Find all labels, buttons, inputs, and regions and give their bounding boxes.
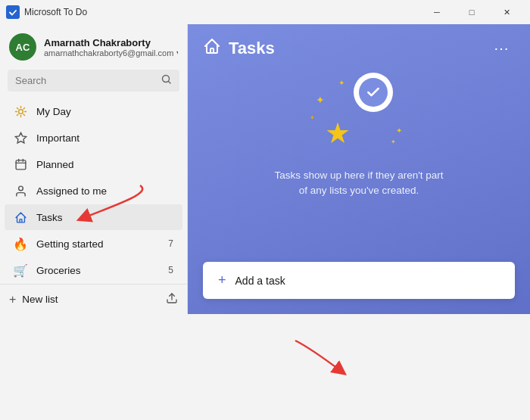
main-header-left: Tasks xyxy=(203,37,275,60)
profile-info: Amarnath Chakraborty amarnathchakraborty… xyxy=(44,37,178,58)
sidebar-item-groceries-label: Groceries xyxy=(36,265,159,276)
sidebar-item-tasks[interactable]: Tasks xyxy=(5,204,182,230)
close-button[interactable]: ✕ xyxy=(489,0,524,24)
search-bar[interactable] xyxy=(8,70,179,92)
nav-items: My Day Important xyxy=(0,98,187,284)
svg-line-7 xyxy=(17,107,18,109)
sidebar-item-getting-started-label: Getting started xyxy=(36,238,159,250)
title-bar-controls: ─ □ ✕ xyxy=(419,0,524,24)
profile-section[interactable]: AC Amarnath Chakraborty amarnathchakrabo… xyxy=(0,24,187,67)
plus-icon: + xyxy=(9,293,16,306)
svg-line-8 xyxy=(23,114,25,116)
minimize-button[interactable]: ─ xyxy=(419,0,454,24)
fire-icon: 🔥 xyxy=(14,237,27,250)
sparkle-icon-3: ✦ xyxy=(396,126,402,135)
sidebar-item-groceries[interactable]: 🛒 Groceries 5 xyxy=(5,257,182,283)
groceries-icon: 🛒 xyxy=(14,263,27,277)
svg-rect-0 xyxy=(6,5,20,19)
title-bar-left: Microsoft To Do xyxy=(6,5,87,19)
profile-name: Amarnath Chakraborty xyxy=(44,37,178,48)
sparkle-icon-4: ✦ xyxy=(310,114,315,121)
tasks-home-icon xyxy=(203,37,221,60)
sidebar: AC Amarnath Chakraborty amarnathchakrabo… xyxy=(0,24,188,314)
sparkle-icon-5: ✦ xyxy=(391,138,396,145)
maximize-button[interactable]: □ xyxy=(454,0,489,24)
app-body: AC Amarnath Chakraborty amarnathchakrabo… xyxy=(0,24,530,314)
sparkle-icon-1: ✦ xyxy=(316,94,325,106)
title-bar-app-name: Microsoft To Do xyxy=(24,7,87,17)
svg-line-9 xyxy=(17,114,18,116)
svg-line-10 xyxy=(23,107,25,109)
export-icon[interactable] xyxy=(166,292,178,306)
main-content: Tasks ⋯ ✦ ✦ ✦ ✦ ✦ xyxy=(188,24,530,314)
sidebar-item-assigned-label: Assigned to me xyxy=(36,185,173,197)
sidebar-item-planned[interactable]: Planned xyxy=(5,151,182,177)
sidebar-item-my-day-label: My Day xyxy=(36,106,173,117)
main-title: Tasks xyxy=(229,39,275,58)
title-bar: Microsoft To Do ─ □ ✕ xyxy=(0,0,530,24)
svg-point-2 xyxy=(18,109,23,114)
avatar: AC xyxy=(9,33,36,61)
sun-icon xyxy=(14,104,27,118)
add-task-label: Add a task xyxy=(235,275,285,287)
sparkle-icon-2: ✦ xyxy=(338,79,344,87)
search-icon xyxy=(161,74,172,87)
star-decoration: ★ xyxy=(325,117,351,150)
main-header: Tasks ⋯ xyxy=(188,24,530,70)
app-logo xyxy=(6,5,20,19)
check-circle xyxy=(354,73,393,112)
sidebar-item-getting-started[interactable]: 🔥 Getting started 7 xyxy=(5,231,182,257)
getting-started-badge: 7 xyxy=(168,238,173,249)
checkmark-icon xyxy=(359,78,388,107)
add-task-plus-icon: + xyxy=(218,272,226,288)
person-icon xyxy=(14,184,27,198)
calendar-icon xyxy=(14,157,27,171)
svg-marker-11 xyxy=(15,132,26,142)
sidebar-item-assigned[interactable]: Assigned to me xyxy=(5,178,182,204)
empty-state: ✦ ✦ ✦ ✦ ✦ ★ xyxy=(188,70,530,262)
more-options-button[interactable]: ⋯ xyxy=(488,36,515,61)
sidebar-item-important[interactable]: Important xyxy=(5,125,182,151)
star-icon xyxy=(14,131,27,145)
home-icon xyxy=(14,210,27,224)
profile-email: amarnathchakraborty6@gmail.com ▾ xyxy=(44,48,178,58)
svg-point-16 xyxy=(18,186,23,191)
empty-illustration: ✦ ✦ ✦ ✦ ✦ ★ xyxy=(310,73,408,156)
new-list-button[interactable]: + New list xyxy=(9,293,58,306)
empty-state-text: Tasks show up here if they aren't partof… xyxy=(274,168,443,199)
sidebar-footer[interactable]: + New list xyxy=(0,284,187,314)
sidebar-item-planned-label: Planned xyxy=(36,159,173,170)
sidebar-item-my-day[interactable]: My Day xyxy=(5,98,182,124)
add-task-button[interactable]: + Add a task xyxy=(203,262,515,299)
svg-rect-12 xyxy=(16,160,26,169)
search-input[interactable] xyxy=(15,75,155,86)
sidebar-item-important-label: Important xyxy=(36,132,173,144)
sidebar-item-tasks-label: Tasks xyxy=(36,212,173,223)
groceries-badge: 5 xyxy=(168,265,173,275)
new-list-label: New list xyxy=(22,294,58,305)
